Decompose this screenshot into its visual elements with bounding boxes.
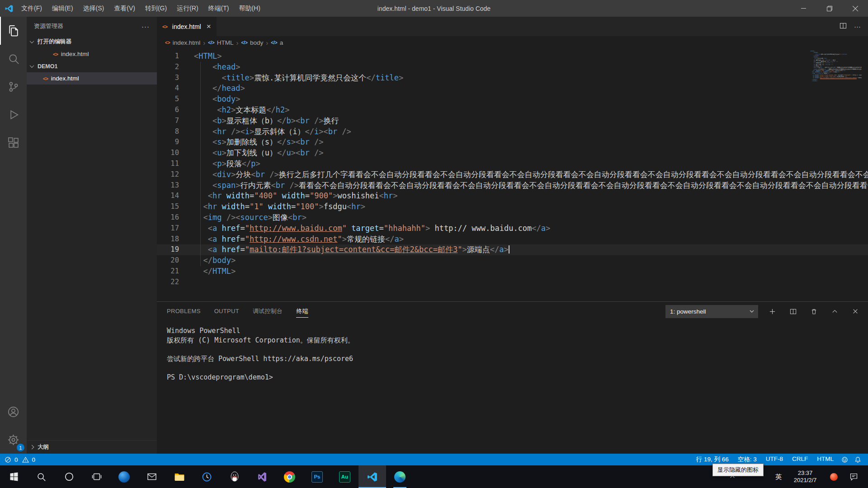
menu-item[interactable]: 选择(S) (78, 0, 109, 17)
code-line[interactable]: 16 <img /><source>图像<br> (157, 212, 868, 223)
section-open-editors[interactable]: 打开的编辑器 (27, 36, 157, 48)
taskbar-app-visual-studio[interactable] (248, 465, 276, 488)
taskbar-app-photoshop[interactable]: Ps (303, 465, 331, 488)
code-token: head (217, 62, 236, 71)
feedback-smiley-icon[interactable] (838, 456, 851, 463)
panel-tab[interactable]: OUTPUT (214, 302, 239, 321)
menu-item[interactable]: 转到(G) (140, 0, 172, 17)
taskbar-app-clock-app[interactable] (193, 465, 221, 488)
statusbar-item[interactable]: 行 19, 列 66 (692, 455, 733, 464)
minimize-button[interactable] (791, 0, 816, 17)
close-tab-icon[interactable]: × (207, 22, 211, 31)
breadcrumb-item[interactable]: </>HTML (208, 39, 233, 46)
breadcrumb-item[interactable]: </>body (241, 39, 263, 46)
minimap[interactable]: <HTML> <head> <title>震惊.某计算机同学竟然只会这个</ti… (810, 51, 862, 84)
taskbar-app-qq[interactable] (221, 465, 248, 488)
code-token: > (217, 52, 222, 61)
menu-item[interactable]: 帮助(H) (234, 0, 265, 17)
menu-item[interactable]: 终端(T) (203, 0, 234, 17)
input-language-indicator[interactable]: 英 (770, 473, 787, 481)
code-line[interactable]: 18 <a href="http://www.csdn.net">常规的链接</… (157, 234, 868, 245)
statusbar-item[interactable]: UTF-8 (761, 455, 788, 464)
open-editor-item[interactable]: <> index.html (27, 48, 157, 60)
section-outline[interactable]: 大纲 (27, 440, 157, 454)
code-line[interactable]: 1<HTML> (157, 51, 868, 62)
title-bar: 文件(F)编辑(E)选择(S)查看(V)转到(G)运行(R)终端(T)帮助(H)… (0, 0, 868, 17)
taskbar-start-button[interactable] (0, 465, 28, 488)
line-content: <s>加删除线（s）</s><br /> (194, 137, 868, 148)
code-line[interactable]: 3 <title>震惊.某计算机同学竟然只会这个</title> (157, 73, 868, 84)
panel-tab[interactable]: PROBLEMS (167, 302, 201, 321)
taskbar-cortana-button[interactable] (55, 465, 83, 488)
menu-item[interactable]: 编辑(E) (47, 0, 78, 17)
close-panel-icon[interactable] (849, 308, 862, 314)
notifications-bell-icon[interactable] (851, 456, 864, 463)
code-line[interactable]: 15 <hr width="1" width="100">fsdgu<hr> (157, 202, 868, 212)
code-line[interactable]: 9 <s>加删除线（s）</s><br /> (157, 137, 868, 148)
activitybar-account[interactable] (0, 398, 27, 426)
menu-item[interactable]: 文件(F) (16, 0, 47, 17)
activitybar-settings[interactable]: 1 (0, 426, 27, 454)
tab-index-html[interactable]: <> index.html × (157, 17, 217, 36)
editor-more-actions-icon[interactable]: ··· (854, 23, 861, 30)
close-button[interactable] (842, 0, 868, 17)
taskbar-search-button[interactable] (28, 465, 55, 488)
terminal-output[interactable]: Windows PowerShell版权所有 (C) Microsoft Cor… (157, 321, 868, 454)
section-folder-demo1[interactable]: DEMO1 (27, 60, 157, 72)
tray-app-button[interactable] (824, 465, 844, 488)
code-line[interactable]: 8 <hr /><i>显示斜体（i）</i><br /> (157, 127, 868, 137)
panel-tab[interactable]: 调试控制台 (253, 302, 283, 321)
code-line[interactable]: 7 <b>显示粗体（b）</b><br />换行 (157, 116, 868, 127)
taskbar-app-browser-sphere[interactable] (110, 465, 138, 488)
maximize-panel-icon[interactable] (828, 308, 841, 315)
code-line[interactable]: 2 <head> (157, 62, 868, 73)
code-line[interactable]: 19 <a href="mailto:邮件1?subject=content&c… (157, 244, 868, 255)
code-line[interactable]: 21 </HTML> (157, 266, 868, 277)
taskbar-app-file-explorer[interactable] (165, 465, 193, 488)
statusbar-item[interactable]: CRLF (788, 455, 812, 464)
code-line[interactable]: 12 <div>分块<br />换行之后多打几个字看看会不会自动分段看看会不会自… (157, 169, 868, 180)
code-line[interactable]: 14 <hr width="400" width="900">woshishei… (157, 191, 868, 202)
activitybar-source-control[interactable] (0, 73, 27, 101)
code-line[interactable]: 17 <a href="http://www.baidu.com" target… (157, 223, 868, 234)
code-editor[interactable]: 1<HTML>2 <head>3 <title>震惊.某计算机同学竟然只会这个<… (157, 49, 868, 301)
terminal-select[interactable]: 1: powershell (665, 305, 758, 318)
taskbar-task-view-button[interactable] (83, 465, 110, 488)
more-actions-icon[interactable]: ··· (142, 23, 150, 30)
code-line[interactable]: 11 <p>段落</p> (157, 159, 868, 169)
statusbar-item[interactable]: 空格: 3 (733, 455, 761, 464)
kill-terminal-icon[interactable] (807, 308, 821, 315)
new-terminal-icon[interactable] (766, 308, 779, 315)
code-line[interactable]: 13 <span>行内元素<br />看看会不会自动分段看看会不会自动分段看看会… (157, 180, 868, 191)
taskbar-app-chrome[interactable] (276, 465, 303, 488)
split-editor-icon[interactable] (840, 22, 847, 31)
taskbar-clock[interactable]: 23:37 2021/2/7 (787, 469, 824, 484)
breadcrumb-item[interactable]: </>a (271, 39, 283, 46)
taskbar-app-adobe-audition[interactable]: Au (331, 465, 359, 488)
code-line[interactable]: 10 <u>加下划线（u）</u><br /> (157, 148, 868, 159)
panel-tab[interactable]: 终端 (296, 302, 308, 321)
statusbar-item[interactable]: HTML (812, 455, 838, 464)
menu-item[interactable]: 运行(R) (172, 0, 203, 17)
menu-item[interactable]: 查看(V) (109, 0, 140, 17)
code-token: " (245, 235, 250, 244)
restore-button[interactable] (816, 0, 842, 17)
code-line[interactable]: 5 <body> (157, 94, 868, 105)
panel: PROBLEMSOUTPUT调试控制台终端 1: powershell Wind… (157, 301, 868, 454)
breadcrumb-item[interactable]: <>index.html (165, 39, 200, 46)
taskbar-app-edge[interactable] (386, 465, 414, 488)
code-line[interactable]: 20 </body> (157, 255, 868, 266)
activitybar-extensions[interactable] (0, 129, 27, 157)
action-center-button[interactable] (844, 465, 863, 488)
code-line[interactable]: 22 (157, 277, 868, 288)
file-item-index-html[interactable]: <> index.html (27, 72, 157, 84)
problems-indicator[interactable]: 0 0 (0, 456, 37, 463)
activitybar-explorer[interactable] (0, 17, 27, 45)
code-line[interactable]: 4 </head> (157, 83, 868, 94)
activitybar-run-debug[interactable] (0, 101, 27, 129)
taskbar-app-vscode[interactable] (359, 465, 386, 488)
code-line[interactable]: 6 <h2>文本标题</h2> (157, 105, 868, 116)
activitybar-search[interactable] (0, 45, 27, 73)
split-terminal-icon[interactable] (787, 308, 800, 315)
taskbar-app-mail[interactable] (138, 465, 165, 488)
